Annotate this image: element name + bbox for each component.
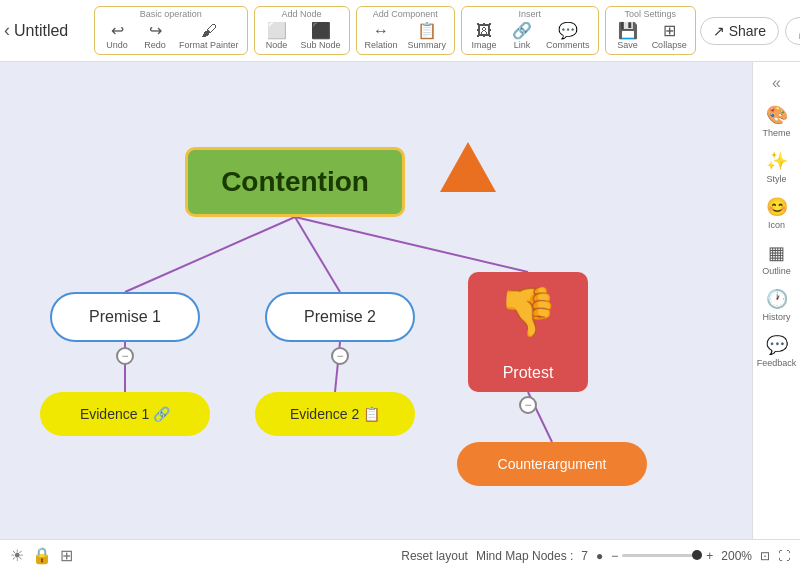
undo-button[interactable]: ↩ Undo [99,21,135,52]
node-count-label: Mind Map Nodes : [476,549,573,563]
svg-line-1 [295,217,340,292]
zoom-control[interactable]: − + [611,549,713,563]
fullscreen-icon[interactable]: ⛶ [778,549,790,563]
history-label: History [762,312,790,322]
collapse-sidebar-icon: « [772,74,781,91]
outline-label: Outline [762,266,791,276]
sidebar-item-theme[interactable]: 🎨 Theme [755,100,799,142]
toolbar-group-basic: Basic operation ↩ Undo ↪ Redo 🖌 Format P… [94,6,248,55]
sub-node-button[interactable]: ⬛ Sub Node [297,21,345,52]
group-label-add-component: Add Component [373,9,438,19]
format-painter-button[interactable]: 🖌 Format Painter [175,21,243,52]
bottom-bar: ☀ 🔒 ⊞ Reset layout Mind Map Nodes : 7 ● … [0,539,800,571]
zoom-percent: 200% [721,549,752,563]
sidebar-item-history[interactable]: 🕐 History [755,284,799,326]
export-button[interactable]: 📤 Export [785,17,800,45]
protest-node[interactable]: 👎 Protest [468,272,588,392]
premise2-collapse[interactable]: − [331,347,349,365]
redo-label: Redo [144,40,166,50]
premise1-label: Premise 1 [89,308,161,326]
document-title: Untitled [14,22,84,40]
contention-label: Contention [221,166,369,198]
contention-node[interactable]: Contention [185,147,405,217]
undo-icon: ↩ [111,23,124,39]
reset-layout-button[interactable]: Reset layout [401,549,468,563]
style-icon: ✨ [766,150,788,172]
zoom-plus-icon[interactable]: + [706,549,713,563]
header: ‹ Untitled Basic operation ↩ Undo ↪ Redo… [0,0,800,62]
summary-label: Summary [408,40,447,50]
collapse-button[interactable]: ⊞ Collapse [648,21,691,52]
toolbar-group-add-component: Add Component ↔ Relation 📋 Summary [356,6,456,55]
node-button[interactable]: ⬜ Node [259,21,295,52]
save-button[interactable]: 💾 Save [610,21,646,52]
sidebar-item-feedback[interactable]: 💬 Feedback [755,330,799,372]
arrow-up-indicator [440,142,496,192]
group-label-add-node: Add Node [282,9,322,19]
node-icon: ⬜ [267,23,287,39]
right-sidebar: « 🎨 Theme ✨ Style 😊 Icon ▦ Outline 🕐 His… [752,62,800,539]
image-label: Image [472,40,497,50]
share-label: Share [729,23,766,39]
evidence2-label: Evidence 2 📋 [290,406,380,422]
evidence1-node[interactable]: Evidence 1 🔗 [40,392,210,436]
theme-icon: 🎨 [766,104,788,126]
group-label-basic: Basic operation [140,9,202,19]
sidebar-item-outline[interactable]: ▦ Outline [755,238,799,280]
back-button[interactable]: ‹ [4,13,10,49]
theme-label: Theme [762,128,790,138]
toolbar-group-add-node: Add Node ⬜ Node ⬛ Sub Node [254,6,350,55]
premise1-node[interactable]: Premise 1 [50,292,200,342]
toolbar-group-insert: Insert 🖼 Image 🔗 Link 💬 Comments [461,6,599,55]
redo-icon: ↪ [149,23,162,39]
collapse-label: Collapse [652,40,687,50]
sidebar-item-icon[interactable]: 😊 Icon [755,192,799,234]
format-painter-icon: 🖌 [201,23,217,39]
link-label: Link [514,40,531,50]
header-actions: ↗ Share 📤 Export [700,17,800,45]
redo-button[interactable]: ↪ Redo [137,21,173,52]
share-button[interactable]: ↗ Share [700,17,779,45]
protest-label: Protest [503,364,554,382]
save-icon: 💾 [618,23,638,39]
summary-icon: 📋 [417,23,437,39]
counterargument-node[interactable]: Counterargument [457,442,647,486]
feedback-label: Feedback [757,358,797,368]
image-button[interactable]: 🖼 Image [466,21,502,52]
undo-label: Undo [106,40,128,50]
outline-icon: ▦ [768,242,785,264]
comments-button[interactable]: 💬 Comments [542,21,594,52]
history-icon: 🕐 [766,288,788,310]
premise2-node[interactable]: Premise 2 [265,292,415,342]
zoom-minus-icon[interactable]: − [611,549,618,563]
relation-label: Relation [365,40,398,50]
back-icon: ‹ [4,20,10,41]
relation-button[interactable]: ↔ Relation [361,21,402,52]
style-label: Style [766,174,786,184]
grid-icon[interactable]: ⊞ [60,546,73,565]
dot-icon: ● [596,549,603,563]
protest-collapse[interactable]: − [519,396,537,414]
lock-icon[interactable]: 🔒 [32,546,52,565]
summary-button[interactable]: 📋 Summary [404,21,451,52]
image-icon: 🖼 [476,23,492,39]
evidence2-node[interactable]: Evidence 2 📋 [255,392,415,436]
collapse-icon: ⊞ [663,23,676,39]
canvas: Contention Premise 1 − Premise 2 − 👎 Pro… [0,62,752,539]
sidebar-item-style[interactable]: ✨ Style [755,146,799,188]
group-label-tool-settings: Tool Settings [624,9,676,19]
feedback-icon: 💬 [766,334,788,356]
comments-label: Comments [546,40,590,50]
premise1-collapse[interactable]: − [116,347,134,365]
fit-icon[interactable]: ⊡ [760,549,770,563]
icon-icon: 😊 [766,196,788,218]
node-count: 7 [581,549,588,563]
link-button[interactable]: 🔗 Link [504,21,540,52]
share-icon: ↗ [713,23,725,39]
evidence1-label: Evidence 1 🔗 [80,406,170,422]
sidebar-collapse-button[interactable]: « [768,70,785,96]
premise2-label: Premise 2 [304,308,376,326]
format-painter-label: Format Painter [179,40,239,50]
sun-icon[interactable]: ☀ [10,546,24,565]
link-icon: 🔗 [512,23,532,39]
